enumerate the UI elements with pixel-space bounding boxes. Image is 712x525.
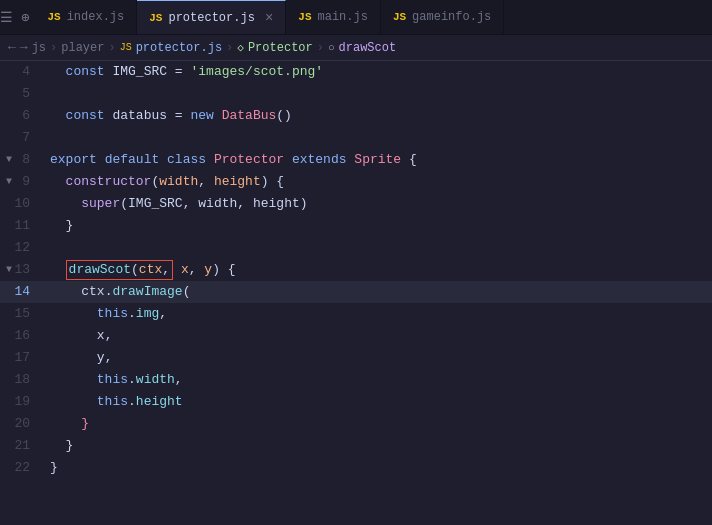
- line-num-6: 6: [0, 105, 46, 127]
- code-area: 4 const IMG_SRC = 'images/scot.png' 5 6 …: [0, 61, 712, 525]
- nav-back-icon[interactable]: ←: [8, 40, 16, 55]
- line-content-16: x,: [46, 325, 712, 347]
- line-num-11: 11: [0, 215, 46, 237]
- js-icon-active: JS: [149, 12, 162, 24]
- line-content-11: }: [46, 215, 712, 237]
- sep2: ›: [108, 41, 115, 55]
- line-num-17: 17: [0, 347, 46, 369]
- line-content-10: super(IMG_SRC, width, height): [46, 193, 712, 215]
- breadcrumb-method-icon: ○: [328, 42, 335, 54]
- code-line-14: 14 ctx.drawImage(: [0, 281, 712, 303]
- sep1: ›: [50, 41, 57, 55]
- tab-main[interactable]: JS main.js: [286, 0, 381, 34]
- tab-protector[interactable]: JS protector.js ×: [137, 0, 286, 34]
- line-num-14: 14: [0, 281, 46, 303]
- line-content-20: }: [46, 413, 712, 435]
- tab-index-label: index.js: [67, 10, 125, 24]
- tab-gameinfo[interactable]: JS gameinfo.js: [381, 0, 504, 34]
- line-content-6: const databus = new DataBus(): [46, 105, 712, 127]
- line-content-14: ctx.drawImage(: [46, 281, 712, 303]
- sep3: ›: [226, 41, 233, 55]
- line-num-18: 18: [0, 369, 46, 391]
- line-content-15: this.img,: [46, 303, 712, 325]
- line-num-21: 21: [0, 435, 46, 457]
- breadcrumb-player: player: [61, 41, 104, 55]
- code-line-20: 20 }: [0, 413, 712, 435]
- fold-arrow-8[interactable]: ▼: [6, 149, 12, 171]
- code-line-16: 16 x,: [0, 325, 712, 347]
- bookmark-icon[interactable]: ⊕: [21, 9, 29, 26]
- line-num-20: 20: [0, 413, 46, 435]
- line-num-4: 4: [0, 61, 46, 83]
- code-line-21: 21 }: [0, 435, 712, 457]
- line-num-12: 12: [0, 237, 46, 259]
- code-line-15: 15 this.img,: [0, 303, 712, 325]
- line-num-19: 19: [0, 391, 46, 413]
- breadcrumb-method[interactable]: drawScot: [339, 41, 397, 55]
- line-content-21: }: [46, 435, 712, 457]
- code-line-4: 4 const IMG_SRC = 'images/scot.png': [0, 61, 712, 83]
- hamburger-icon[interactable]: ☰: [0, 9, 13, 26]
- line-content-4: const IMG_SRC = 'images/scot.png': [46, 61, 712, 83]
- line-num-16: 16: [0, 325, 46, 347]
- line-num-5: 5: [0, 83, 46, 105]
- code-line-22: 22 }: [0, 457, 712, 479]
- line-content-17: y,: [46, 347, 712, 369]
- code-line-6: 6 const databus = new DataBus(): [0, 105, 712, 127]
- nav-forward-icon[interactable]: →: [20, 40, 28, 55]
- js-icon-gameinfo: JS: [393, 11, 406, 23]
- code-line-17: 17 y,: [0, 347, 712, 369]
- code-line-8: ▼ 8 export default class Protector exten…: [0, 149, 712, 171]
- breadcrumb-file-icon: JS: [120, 42, 132, 53]
- tab-index[interactable]: JS index.js: [35, 0, 137, 34]
- tab-main-label: main.js: [317, 10, 367, 24]
- line-num-10: 10: [0, 193, 46, 215]
- line-num-7: 7: [0, 127, 46, 149]
- breadcrumb-class-icon: ◇: [237, 41, 244, 54]
- tab-gameinfo-label: gameinfo.js: [412, 10, 491, 24]
- sep4: ›: [317, 41, 324, 55]
- code-line-13: ▼ 13 drawScot(ctx, x, y) {: [0, 259, 712, 281]
- line-content-18: this.width,: [46, 369, 712, 391]
- code-line-5: 5: [0, 83, 712, 105]
- js-icon: JS: [47, 11, 60, 23]
- code-line-19: 19 this.height: [0, 391, 712, 413]
- editor-container: ☰ ⊕ JS index.js JS protector.js × JS mai…: [0, 0, 712, 525]
- tab-protector-label: protector.js: [168, 11, 254, 25]
- code-line-9: ▼ 9 constructor(width, height) {: [0, 171, 712, 193]
- line-content-13: drawScot(ctx, x, y) {: [46, 259, 712, 281]
- code-line-18: 18 this.width,: [0, 369, 712, 391]
- breadcrumb-class[interactable]: Protector: [248, 41, 313, 55]
- tab-close-icon[interactable]: ×: [265, 10, 273, 26]
- line-content-9: constructor(width, height) {: [46, 171, 712, 193]
- line-content-22: }: [46, 457, 712, 479]
- code-line-7: 7: [0, 127, 712, 149]
- breadcrumb-file[interactable]: protector.js: [136, 41, 222, 55]
- fold-arrow-13[interactable]: ▼: [6, 259, 12, 281]
- js-icon-main: JS: [298, 11, 311, 23]
- line-content-8: export default class Protector extends S…: [46, 149, 712, 171]
- line-num-22: 22: [0, 457, 46, 479]
- code-line-10: 10 super(IMG_SRC, width, height): [0, 193, 712, 215]
- line-content-19: this.height: [46, 391, 712, 413]
- fold-arrow-9[interactable]: ▼: [6, 171, 12, 193]
- code-line-11: 11 }: [0, 215, 712, 237]
- line-num-15: 15: [0, 303, 46, 325]
- breadcrumb-bar: ← → js › player › JS protector.js › ◇ Pr…: [0, 35, 712, 61]
- code-line-12: 12: [0, 237, 712, 259]
- tab-bar: ☰ ⊕ JS index.js JS protector.js × JS mai…: [0, 0, 712, 35]
- breadcrumb-js: js: [32, 41, 46, 55]
